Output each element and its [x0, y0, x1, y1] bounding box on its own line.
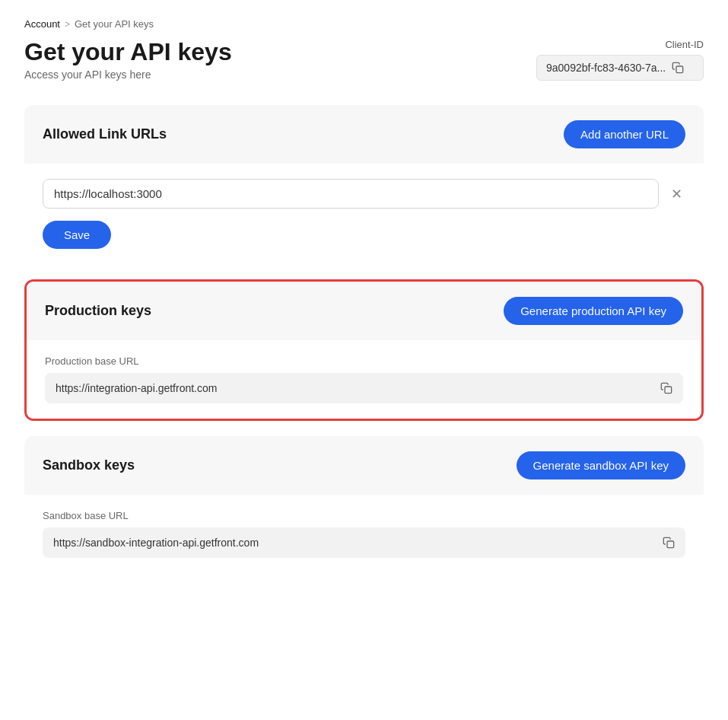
copy-icon	[660, 382, 672, 394]
production-keys-header: Production keys Generate production API …	[27, 282, 701, 340]
production-keys-body: Production base URL https://integration-…	[27, 340, 701, 419]
sandbox-keys-title: Sandbox keys	[43, 457, 135, 473]
production-base-url-box: https://integration-api.getfront.com	[45, 373, 683, 403]
breadcrumb-current: Get your API keys	[75, 18, 154, 30]
allowed-link-urls-card: Allowed Link URLs Add another URL ✕ Save	[24, 105, 704, 264]
close-icon: ✕	[671, 186, 682, 202]
url-input-row: ✕	[43, 179, 685, 209]
page-subtitle: Access your API keys here	[24, 68, 232, 81]
sandbox-base-url-label: Sandbox base URL	[43, 510, 685, 521]
copy-icon	[672, 62, 684, 74]
url-input[interactable]	[43, 179, 659, 209]
sandbox-keys-body: Sandbox base URL https://sandbox-integra…	[24, 495, 704, 573]
production-url-copy-button[interactable]	[660, 382, 672, 394]
sandbox-base-url-box: https://sandbox-integration-api.getfront…	[43, 527, 685, 558]
allowed-link-urls-body: ✕ Save	[24, 164, 704, 264]
breadcrumb-parent[interactable]: Account	[24, 18, 60, 30]
breadcrumb: Account > Get your API keys	[24, 18, 704, 30]
production-base-url-value: https://integration-api.getfront.com	[56, 382, 217, 394]
production-keys-card: Production keys Generate production API …	[24, 279, 704, 421]
sandbox-url-copy-button[interactable]	[663, 537, 675, 549]
client-id-copy-button[interactable]	[672, 62, 684, 74]
generate-production-key-button[interactable]: Generate production API key	[504, 297, 683, 325]
client-id-label: Client-ID	[665, 39, 704, 50]
breadcrumb-separator: >	[65, 19, 70, 30]
save-button[interactable]: Save	[43, 221, 111, 249]
sandbox-base-url-value: https://sandbox-integration-api.getfront…	[53, 537, 259, 549]
page-header: Get your API keys Access your API keys h…	[24, 39, 704, 81]
svg-rect-1	[665, 387, 672, 393]
client-id-box: 9a0092bf-fc83-4630-7a...	[536, 55, 704, 81]
allowed-link-urls-title: Allowed Link URLs	[43, 126, 167, 142]
svg-rect-2	[667, 541, 674, 548]
production-base-url-label: Production base URL	[45, 355, 683, 367]
page-title: Get your API keys	[24, 39, 232, 65]
production-keys-title: Production keys	[45, 303, 151, 319]
page-title-group: Get your API keys Access your API keys h…	[24, 39, 232, 81]
copy-icon	[663, 537, 675, 549]
client-id-section: Client-ID 9a0092bf-fc83-4630-7a...	[536, 39, 704, 81]
generate-sandbox-key-button[interactable]: Generate sandbox API key	[517, 451, 685, 479]
svg-rect-0	[676, 66, 683, 73]
allowed-link-urls-header: Allowed Link URLs Add another URL	[24, 105, 704, 164]
clear-url-button[interactable]: ✕	[668, 183, 685, 205]
add-url-button[interactable]: Add another URL	[564, 120, 685, 148]
sandbox-keys-card: Sandbox keys Generate sandbox API key Sa…	[24, 436, 704, 573]
sandbox-keys-header: Sandbox keys Generate sandbox API key	[24, 436, 704, 495]
client-id-value: 9a0092bf-fc83-4630-7a...	[546, 62, 666, 74]
